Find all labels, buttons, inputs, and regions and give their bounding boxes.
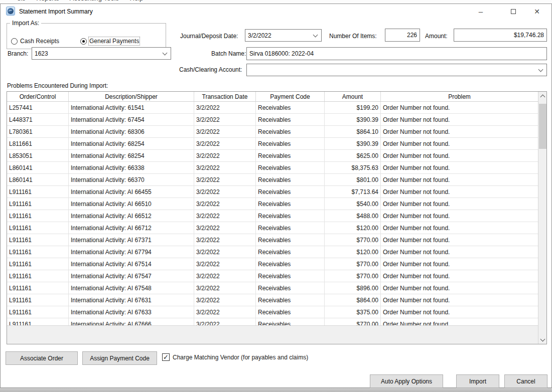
table-row[interactable]: L853051 International Activity: 68254 3/… [7, 150, 538, 162]
table-row[interactable]: L911161 International Activity: AI 67514… [7, 258, 538, 270]
cell-payment-code: Receivables [256, 234, 325, 246]
table-row[interactable]: L911161 International Activity: AI 66512… [7, 210, 538, 222]
table-row[interactable]: L860141 International Activity: 66370 3/… [7, 174, 538, 186]
branch-combo[interactable]: 1623 [32, 47, 171, 60]
table-row[interactable]: L911161 International Activity: AI 67633… [7, 306, 538, 318]
table-row[interactable]: L911161 International Activity: AI 67547… [7, 270, 538, 282]
cell-description-shipper: International Activity: 66370 [69, 174, 194, 185]
app-icon [6, 7, 15, 16]
table-row[interactable]: L811661 International Activity: 68254 3/… [7, 138, 538, 150]
import-as-legend: Import As: [10, 20, 41, 27]
cell-transaction-date: 3/2/2022 [194, 210, 256, 222]
journal-date-combo[interactable]: 3/2/2022 [245, 29, 322, 42]
cell-payment-code: Receivables [256, 126, 325, 137]
batch-name-field[interactable]: Sirva 0186000: 2022-04 [246, 47, 547, 60]
charge-matching-vendor-checkbox[interactable]: ✓ [162, 353, 170, 361]
scroll-up-button[interactable] [538, 92, 547, 100]
column-header-payment-code[interactable]: Payment Code [256, 92, 325, 101]
cell-problem: Order Number not found. [381, 138, 538, 149]
cell-order-control: L448371 [7, 114, 69, 125]
chevron-down-icon [163, 50, 168, 55]
cell-payment-code: Receivables [256, 246, 325, 258]
column-header-description-shipper[interactable]: Description/Shipper [69, 92, 194, 101]
cell-order-control: L911161 [7, 306, 69, 318]
cell-problem: Order Number not found. [381, 270, 538, 282]
chevron-down-icon [313, 32, 318, 37]
cell-order-control: L853051 [7, 150, 69, 161]
cell-payment-code: Receivables [256, 282, 325, 294]
scroll-down-button[interactable] [538, 335, 547, 344]
batch-name-value: Sirva 0186000: 2022-04 [249, 50, 314, 57]
table-row[interactable]: L911161 International Activity: AI 66455… [7, 186, 538, 198]
cell-amount: $864.00 [325, 294, 381, 306]
cell-transaction-date: 3/2/2022 [194, 102, 256, 113]
cell-payment-code: Receivables [256, 102, 325, 113]
table-row[interactable]: L911161 International Activity: AI 67794… [7, 246, 538, 258]
table-row[interactable]: L257441 International Activity: 61541 3/… [7, 102, 538, 114]
cell-transaction-date: 3/2/2022 [194, 162, 256, 173]
cell-transaction-date: 3/2/2022 [194, 270, 256, 282]
auto-apply-options-button[interactable]: Auto Apply Options [370, 374, 443, 388]
maximize-button[interactable] [504, 4, 523, 19]
cell-order-control: L911161 [7, 186, 69, 198]
table-row[interactable]: L911161 International Activity: AI 67371… [7, 234, 538, 246]
column-header-problem[interactable]: Problem [381, 92, 538, 101]
cell-amount: $8,375.63 [325, 162, 381, 173]
cell-payment-code: Receivables [256, 150, 325, 161]
cell-problem: Order Number not found. [381, 150, 538, 161]
vertical-scrollbar[interactable] [538, 92, 546, 344]
cell-description-shipper: International Activity: AI 67666 [69, 318, 194, 325]
number-of-items-field[interactable]: 226 [385, 29, 420, 42]
import-button[interactable]: Import [456, 374, 499, 388]
cell-transaction-date: 3/2/2022 [194, 258, 256, 270]
cell-problem: Order Number not found. [381, 222, 538, 234]
cell-payment-code: Receivables [256, 222, 325, 234]
cell-amount: $801.00 [325, 174, 381, 185]
problems-table-header: Order/Control Description/Shipper Transa… [7, 92, 538, 102]
window-title: Statement Import Summary [19, 8, 93, 15]
table-row[interactable]: L448371 International Activity: 67454 3/… [7, 114, 538, 126]
table-row[interactable]: L780361 International Activity: 68306 3/… [7, 126, 538, 138]
close-button[interactable]: ✕ [527, 4, 546, 19]
column-header-order-control[interactable]: Order/Control [7, 92, 69, 101]
maximize-icon [511, 9, 516, 14]
cancel-button[interactable]: Cancel [504, 374, 547, 388]
associate-order-button[interactable]: Associate Order [6, 351, 78, 365]
radio-cash-receipts[interactable]: Cash Receipts [11, 38, 59, 45]
cell-order-control: L911161 [7, 282, 69, 294]
close-icon: ✕ [534, 8, 540, 16]
charge-matching-vendor-label: Charge Matching Vendor (for payables and… [173, 354, 308, 361]
amount-field[interactable]: $19,746.28 [454, 29, 547, 42]
problems-table-label: Problems Encountered During Import: [7, 82, 108, 89]
minimize-button[interactable]: – [471, 4, 490, 19]
import-as-group: Import As: Cash Receipts General Payment… [7, 20, 166, 49]
scrollbar-thumb[interactable] [539, 104, 546, 149]
cell-description-shipper: International Activity: AI 67631 [69, 294, 194, 306]
table-row[interactable]: L911161 International Activity: AI 67548… [7, 282, 538, 294]
cash-clearing-account-combo[interactable] [246, 64, 547, 76]
cell-payment-code: Receivables [256, 318, 325, 325]
table-row[interactable]: L911161 International Activity: AI 66510… [7, 198, 538, 210]
statement-import-summary-dialog: Statement Import Summary – ✕ Import As: … [0, 4, 552, 388]
cell-description-shipper: International Activity: 66338 [69, 162, 194, 173]
cell-problem: Order Number not found. [381, 318, 538, 325]
assign-payment-code-button[interactable]: Assign Payment Code [82, 351, 157, 365]
charge-matching-vendor-option[interactable]: ✓ Charge Matching Vendor (for payables a… [162, 353, 308, 361]
cell-amount: $120.00 [325, 222, 381, 234]
column-header-amount[interactable]: Amount [325, 92, 381, 101]
radio-general-payments[interactable]: General Payments [80, 38, 139, 45]
batch-name-label: Batch Name: [211, 50, 246, 57]
number-of-items-label: Number Of Items: [329, 33, 377, 40]
journal-date-label: Journal/Deposit Date: [180, 33, 238, 40]
cell-payment-code: Receivables [256, 258, 325, 270]
background-menu-text: ols Reports Accounting Tools Help [17, 0, 552, 2]
table-row[interactable]: L911161 International Activity: AI 66712… [7, 222, 538, 234]
cell-problem: Order Number not found. [381, 162, 538, 173]
cell-amount: $770.00 [325, 234, 381, 246]
cell-amount: $120.00 [325, 246, 381, 258]
table-row[interactable]: L860141 International Activity: 66338 3/… [7, 162, 538, 174]
column-header-transaction-date[interactable]: Transaction Date [194, 92, 256, 101]
table-row[interactable]: L911161 International Activity: AI 67666… [7, 318, 538, 325]
cell-transaction-date: 3/2/2022 [194, 150, 256, 161]
table-row[interactable]: L911161 International Activity: AI 67631… [7, 294, 538, 306]
